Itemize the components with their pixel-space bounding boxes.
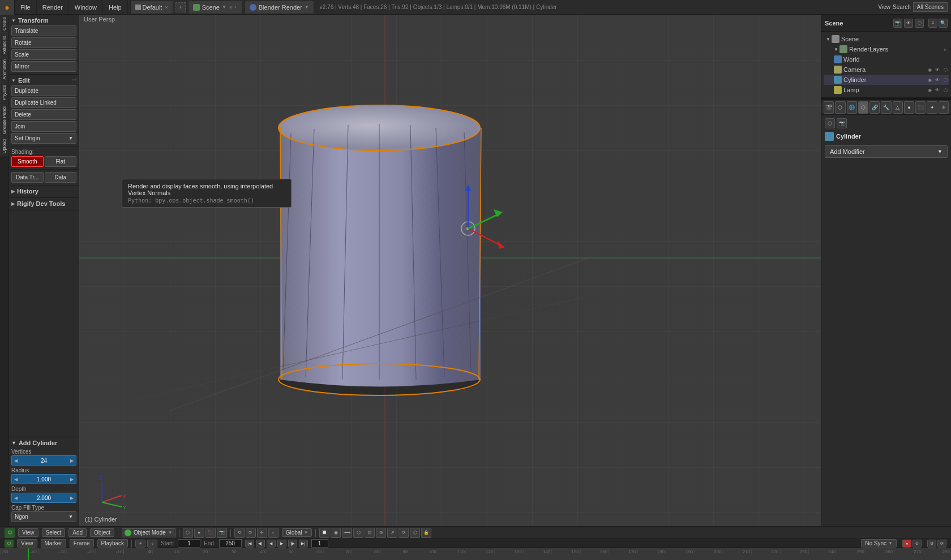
lamp-render-btn[interactable]: ⬡: [942, 87, 949, 93]
radius-slider[interactable]: ◀ 1.000 ▶: [11, 474, 76, 484]
scale-btn[interactable]: Scale: [11, 49, 76, 60]
view-btn[interactable]: View: [879, 4, 891, 10]
prop-particles-icon-btn[interactable]: ✦: [927, 101, 937, 114]
vtab-animation[interactable]: Animation: [0, 57, 8, 82]
camera-eye-btn[interactable]: 👁: [934, 66, 941, 73]
no-sync-dropdown[interactable]: No Sync ▼: [861, 539, 897, 548]
viewport[interactable]: User Persp (1) Cylinder X Y Z Render and…: [79, 15, 821, 526]
tl-end-input[interactable]: [219, 539, 242, 548]
proportional-btn[interactable]: ◉: [331, 528, 341, 538]
all-scenes-btn[interactable]: All Scenes: [913, 2, 948, 12]
transform-gizmo2-btn[interactable]: ⟳: [246, 528, 256, 538]
data-btn[interactable]: Data: [45, 172, 77, 183]
rp-icon-camera[interactable]: 📷: [893, 19, 902, 28]
tl-marker-btn[interactable]: Marker: [41, 539, 66, 548]
vtab-grease-pencil[interactable]: Grease Pencil: [0, 104, 8, 136]
viewport-draw-btn[interactable]: ⬡: [183, 528, 193, 538]
rp-icon-view[interactable]: 👁: [904, 19, 913, 28]
statusbar-object-btn[interactable]: Object: [90, 528, 114, 537]
timeline-icon-btn[interactable]: ⬡: [5, 540, 14, 548]
rigify-header[interactable]: ▶ Rigify Dev Tools: [11, 200, 76, 207]
depth-slider[interactable]: ◀ 2.000 ▶: [11, 493, 76, 503]
prop-data-icon-btn[interactable]: △: [893, 101, 903, 114]
cylinder-eye-btn[interactable]: 👁: [934, 76, 941, 83]
prop-modifier-icon-btn[interactable]: 🔧: [881, 101, 891, 114]
scene-selector-x[interactable]: ×: [229, 5, 232, 10]
rotate-btn[interactable]: Rotate: [11, 37, 76, 48]
tl-playback-btn[interactable]: Playback: [97, 539, 128, 548]
vertices-slider[interactable]: ◀ 24 ▶: [11, 455, 76, 466]
tl-play-btn[interactable]: ▶: [277, 540, 286, 548]
prop-ctrl2[interactable]: 📷: [837, 118, 847, 128]
vtab-upload[interactable]: Upload: [0, 137, 8, 156]
smooth-btn[interactable]: Smooth: [11, 156, 44, 167]
outliner-item-camera[interactable]: Camera ◉ 👁 ⬡: [824, 64, 949, 75]
menu-render[interactable]: Render: [37, 0, 69, 14]
duplicate-linked-btn[interactable]: Duplicate Linked: [11, 97, 76, 108]
scene-selector[interactable]: Scene ▼ × +: [188, 0, 242, 14]
prop-physics-icon-btn[interactable]: ⚛: [939, 101, 949, 114]
tl-keyframe-btn[interactable]: ⬦: [147, 540, 157, 548]
tl-jump-end-btn[interactable]: ▶|: [299, 540, 308, 548]
cylinder-render-btn[interactable]: ⬡: [942, 76, 949, 83]
tl-prev-keyframe-btn[interactable]: ◀|: [256, 540, 265, 548]
snap-btn[interactable]: 🔲: [319, 528, 329, 538]
lamp-eye-btn[interactable]: 👁: [934, 87, 941, 93]
tl-record-btn[interactable]: ●: [135, 540, 145, 548]
xray-btn[interactable]: ⊡: [365, 528, 375, 538]
object-mode-dropdown[interactable]: Object Mode ▼: [122, 528, 175, 537]
tl-jump-start-btn[interactable]: |◀: [245, 540, 254, 548]
edit-header[interactable]: ▼ Edit ⋯: [11, 77, 76, 84]
outliner-item-cylinder[interactable]: Cylinder ◉ 👁 ⬡: [824, 75, 949, 85]
outliner-item-scene[interactable]: ▼ Scene: [824, 34, 949, 44]
tl-start-input[interactable]: [178, 539, 200, 548]
pivot-btn[interactable]: ⊙: [376, 528, 386, 538]
transform-gizmo1-btn[interactable]: ⟲: [234, 528, 245, 538]
duplicate-btn[interactable]: Duplicate: [11, 85, 76, 96]
flat-btn[interactable]: Flat: [45, 156, 77, 167]
outliner-item-renderlayers[interactable]: ▼ RenderLayers ▹: [824, 44, 949, 54]
menu-file[interactable]: File: [15, 0, 37, 14]
lamp-restrict-btn[interactable]: ◉: [926, 87, 933, 93]
viewport-icon-btn[interactable]: ⬡: [5, 528, 15, 538]
scene-selector-plus[interactable]: +: [234, 5, 237, 10]
prop-constraints-icon-btn[interactable]: 🔗: [869, 101, 880, 114]
tl-frame-btn[interactable]: Frame: [70, 539, 94, 548]
translate-btn[interactable]: Translate: [11, 25, 76, 36]
add-modifier-btn[interactable]: Add Modifier ▼: [825, 145, 948, 158]
tl-play-back-btn[interactable]: ◀: [267, 540, 276, 548]
vtab-create[interactable]: Create: [0, 15, 8, 33]
tl-sync-btn[interactable]: ⟳: [937, 540, 946, 548]
timeline-track[interactable]: -50 -40 -30 -20 -10 0 10 20 30 40 50 60 …: [0, 548, 951, 560]
viewport-solid-btn[interactable]: ●: [194, 528, 204, 538]
outliner-item-world[interactable]: World: [824, 54, 949, 64]
add-workspace-btn[interactable]: +: [175, 2, 186, 12]
tl-current-frame-input[interactable]: [311, 539, 328, 548]
transform-header[interactable]: ▼ Transform: [11, 17, 76, 24]
overlay-btn[interactable]: ⬡: [353, 528, 363, 538]
prop-texture-icon-btn[interactable]: ⬛: [915, 101, 926, 114]
menu-help[interactable]: Help: [103, 0, 128, 14]
prop-render-icon-btn[interactable]: 🎬: [824, 101, 834, 114]
viewport-camera-btn[interactable]: 📷: [217, 528, 227, 538]
outliner-item-lamp[interactable]: Lamp ◉ 👁 ⬡: [824, 85, 949, 95]
cap-fill-dropdown[interactable]: Ngon ▼: [11, 511, 76, 522]
edit-options-icon[interactable]: ⋯: [71, 77, 76, 83]
history-header[interactable]: ▶ History: [11, 188, 76, 195]
set-origin-dropdown[interactable]: Set Origin ▼: [11, 133, 76, 144]
workspace-tab-default[interactable]: Default ×: [130, 0, 173, 14]
data-transfer-btn[interactable]: Data Tr...: [11, 172, 44, 183]
search-btn[interactable]: Search: [893, 4, 911, 10]
prop-ctrl1[interactable]: ⬡: [825, 118, 835, 128]
rp-icon-render[interactable]: ⬡: [915, 19, 924, 28]
prop-object-icon-btn[interactable]: ⬡: [858, 101, 868, 114]
tl-nla-btn[interactable]: ⊙: [913, 540, 922, 548]
scale-orient-btn[interactable]: ⬡: [410, 528, 420, 538]
prop-world-icon-btn[interactable]: 🌐: [847, 101, 857, 114]
camera-restrict-btn[interactable]: ◉: [926, 66, 933, 73]
lock-btn[interactable]: 🔒: [421, 528, 431, 538]
menu-window[interactable]: Window: [69, 0, 103, 14]
engine-selector[interactable]: Blender Render ▼: [245, 0, 314, 14]
workspace-tab-x[interactable]: ×: [165, 5, 168, 10]
tl-record-active-btn[interactable]: ●: [902, 540, 911, 548]
